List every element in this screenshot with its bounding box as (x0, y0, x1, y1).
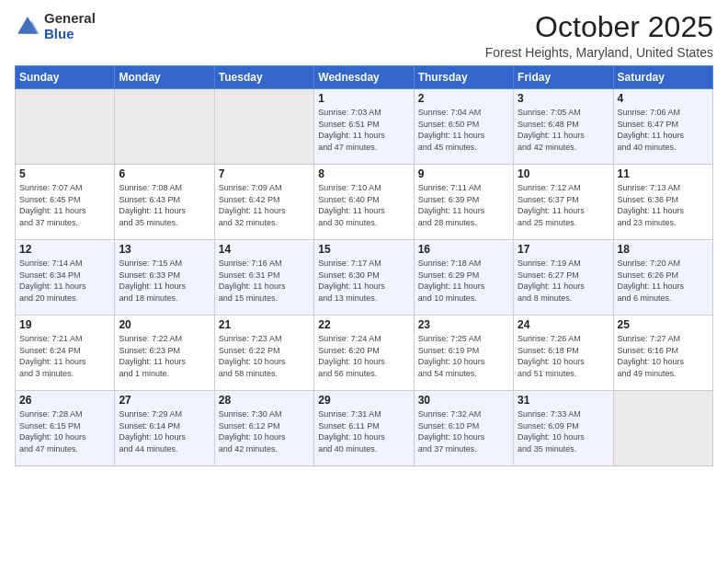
weekday-header-friday: Friday (514, 66, 613, 89)
calendar-cell (613, 391, 712, 466)
weekday-header-sunday: Sunday (16, 66, 115, 89)
day-info: Sunrise: 7:33 AM Sunset: 6:09 PM Dayligh… (518, 408, 609, 454)
calendar-week-row: 26Sunrise: 7:28 AM Sunset: 6:15 PM Dayli… (16, 391, 713, 466)
day-info: Sunrise: 7:14 AM Sunset: 6:34 PM Dayligh… (19, 258, 110, 304)
weekday-header-wednesday: Wednesday (314, 66, 414, 89)
calendar-cell: 1Sunrise: 7:03 AM Sunset: 6:51 PM Daylig… (314, 89, 414, 165)
day-info: Sunrise: 7:32 AM Sunset: 6:10 PM Dayligh… (418, 408, 509, 454)
day-number: 25 (618, 318, 709, 331)
day-number: 27 (119, 394, 210, 407)
day-number: 20 (119, 318, 210, 331)
day-number: 4 (618, 92, 709, 105)
day-info: Sunrise: 7:25 AM Sunset: 6:19 PM Dayligh… (418, 333, 509, 379)
calendar-week-row: 12Sunrise: 7:14 AM Sunset: 6:34 PM Dayli… (16, 240, 713, 316)
calendar-cell: 26Sunrise: 7:28 AM Sunset: 6:15 PM Dayli… (16, 391, 115, 466)
calendar-week-row: 5Sunrise: 7:07 AM Sunset: 6:45 PM Daylig… (16, 165, 713, 240)
day-number: 9 (418, 167, 509, 180)
day-info: Sunrise: 7:19 AM Sunset: 6:27 PM Dayligh… (518, 258, 609, 304)
calendar-cell: 6Sunrise: 7:08 AM Sunset: 6:43 PM Daylig… (115, 165, 214, 240)
day-number: 6 (119, 167, 210, 180)
header: General Blue October 2025 Forest Heights… (15, 11, 713, 60)
day-number: 1 (318, 92, 409, 105)
day-info: Sunrise: 7:11 AM Sunset: 6:39 PM Dayligh… (418, 182, 509, 228)
calendar-cell: 19Sunrise: 7:21 AM Sunset: 6:24 PM Dayli… (16, 316, 115, 391)
page: General Blue October 2025 Forest Heights… (0, 0, 728, 563)
generalblue-logo-icon (15, 14, 40, 40)
weekday-header-tuesday: Tuesday (214, 66, 313, 89)
calendar-week-row: 1Sunrise: 7:03 AM Sunset: 6:51 PM Daylig… (16, 89, 713, 165)
day-number: 12 (19, 243, 110, 256)
day-number: 2 (418, 92, 509, 105)
logo-blue-label: Blue (44, 27, 96, 42)
day-info: Sunrise: 7:22 AM Sunset: 6:23 PM Dayligh… (119, 333, 210, 379)
day-info: Sunrise: 7:17 AM Sunset: 6:30 PM Dayligh… (318, 258, 409, 304)
day-number: 28 (219, 394, 310, 407)
calendar-cell: 24Sunrise: 7:26 AM Sunset: 6:18 PM Dayli… (514, 316, 613, 391)
calendar-cell: 29Sunrise: 7:31 AM Sunset: 6:11 PM Dayli… (314, 391, 414, 466)
day-info: Sunrise: 7:26 AM Sunset: 6:18 PM Dayligh… (518, 333, 609, 379)
day-number: 22 (318, 318, 409, 331)
logo: General Blue (15, 11, 96, 41)
calendar-cell: 31Sunrise: 7:33 AM Sunset: 6:09 PM Dayli… (514, 391, 613, 466)
day-info: Sunrise: 7:24 AM Sunset: 6:20 PM Dayligh… (318, 333, 409, 379)
day-number: 23 (418, 318, 509, 331)
day-info: Sunrise: 7:09 AM Sunset: 6:42 PM Dayligh… (219, 182, 310, 228)
day-info: Sunrise: 7:30 AM Sunset: 6:12 PM Dayligh… (219, 408, 310, 454)
day-number: 7 (219, 167, 310, 180)
day-info: Sunrise: 7:15 AM Sunset: 6:33 PM Dayligh… (119, 258, 210, 304)
weekday-header-thursday: Thursday (414, 66, 513, 89)
calendar-cell: 18Sunrise: 7:20 AM Sunset: 6:26 PM Dayli… (613, 240, 712, 316)
calendar-cell: 13Sunrise: 7:15 AM Sunset: 6:33 PM Dayli… (115, 240, 214, 316)
calendar-cell: 28Sunrise: 7:30 AM Sunset: 6:12 PM Dayli… (214, 391, 313, 466)
calendar-cell: 27Sunrise: 7:29 AM Sunset: 6:14 PM Dayli… (115, 391, 214, 466)
calendar-cell: 9Sunrise: 7:11 AM Sunset: 6:39 PM Daylig… (414, 165, 513, 240)
logo-general-label: General (44, 11, 96, 27)
calendar-cell: 2Sunrise: 7:04 AM Sunset: 6:50 PM Daylig… (414, 89, 513, 165)
day-number: 13 (119, 243, 210, 256)
day-info: Sunrise: 7:06 AM Sunset: 6:47 PM Dayligh… (618, 107, 709, 153)
day-number: 17 (518, 243, 609, 256)
day-info: Sunrise: 7:23 AM Sunset: 6:22 PM Dayligh… (219, 333, 310, 379)
calendar-cell: 10Sunrise: 7:12 AM Sunset: 6:37 PM Dayli… (514, 165, 613, 240)
day-info: Sunrise: 7:21 AM Sunset: 6:24 PM Dayligh… (19, 333, 110, 379)
calendar-week-row: 19Sunrise: 7:21 AM Sunset: 6:24 PM Dayli… (16, 316, 713, 391)
calendar-cell: 20Sunrise: 7:22 AM Sunset: 6:23 PM Dayli… (115, 316, 214, 391)
day-number: 3 (518, 92, 609, 105)
day-info: Sunrise: 7:18 AM Sunset: 6:29 PM Dayligh… (418, 258, 509, 304)
calendar-cell: 15Sunrise: 7:17 AM Sunset: 6:30 PM Dayli… (314, 240, 414, 316)
day-info: Sunrise: 7:29 AM Sunset: 6:14 PM Dayligh… (119, 408, 210, 454)
day-info: Sunrise: 7:13 AM Sunset: 6:36 PM Dayligh… (618, 182, 709, 228)
day-number: 26 (19, 394, 110, 407)
calendar-cell (214, 89, 313, 165)
title-block: October 2025 Forest Heights, Maryland, U… (485, 11, 713, 60)
day-number: 16 (418, 243, 509, 256)
day-number: 10 (518, 167, 609, 180)
calendar-table: SundayMondayTuesdayWednesdayThursdayFrid… (15, 65, 713, 466)
day-number: 24 (518, 318, 609, 331)
day-info: Sunrise: 7:10 AM Sunset: 6:40 PM Dayligh… (318, 182, 409, 228)
day-info: Sunrise: 7:04 AM Sunset: 6:50 PM Dayligh… (418, 107, 509, 153)
day-number: 14 (219, 243, 310, 256)
day-number: 29 (318, 394, 409, 407)
day-info: Sunrise: 7:08 AM Sunset: 6:43 PM Dayligh… (119, 182, 210, 228)
day-info: Sunrise: 7:07 AM Sunset: 6:45 PM Dayligh… (19, 182, 110, 228)
calendar-cell: 12Sunrise: 7:14 AM Sunset: 6:34 PM Dayli… (16, 240, 115, 316)
day-number: 21 (219, 318, 310, 331)
day-number: 18 (618, 243, 709, 256)
day-info: Sunrise: 7:31 AM Sunset: 6:11 PM Dayligh… (318, 408, 409, 454)
weekday-header-row: SundayMondayTuesdayWednesdayThursdayFrid… (16, 66, 713, 89)
day-number: 30 (418, 394, 509, 407)
calendar-cell: 5Sunrise: 7:07 AM Sunset: 6:45 PM Daylig… (16, 165, 115, 240)
calendar-cell: 25Sunrise: 7:27 AM Sunset: 6:16 PM Dayli… (613, 316, 712, 391)
weekday-header-saturday: Saturday (613, 66, 712, 89)
day-info: Sunrise: 7:05 AM Sunset: 6:48 PM Dayligh… (518, 107, 609, 153)
day-number: 8 (318, 167, 409, 180)
calendar-cell: 11Sunrise: 7:13 AM Sunset: 6:36 PM Dayli… (613, 165, 712, 240)
calendar-cell: 14Sunrise: 7:16 AM Sunset: 6:31 PM Dayli… (214, 240, 313, 316)
calendar-cell: 7Sunrise: 7:09 AM Sunset: 6:42 PM Daylig… (214, 165, 313, 240)
calendar-cell: 22Sunrise: 7:24 AM Sunset: 6:20 PM Dayli… (314, 316, 414, 391)
calendar-cell: 21Sunrise: 7:23 AM Sunset: 6:22 PM Dayli… (214, 316, 313, 391)
day-number: 11 (618, 167, 709, 180)
day-info: Sunrise: 7:27 AM Sunset: 6:16 PM Dayligh… (618, 333, 709, 379)
calendar-cell: 30Sunrise: 7:32 AM Sunset: 6:10 PM Dayli… (414, 391, 513, 466)
